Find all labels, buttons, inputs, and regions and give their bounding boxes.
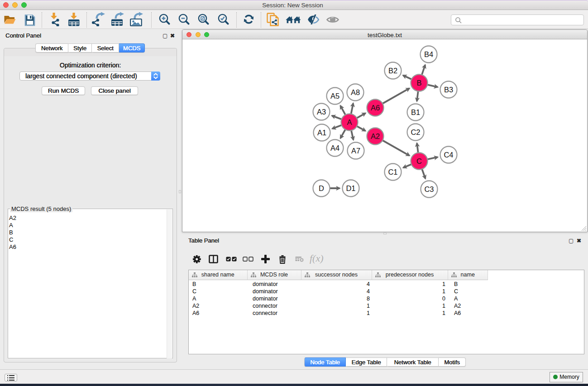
- svg-text:B4: B4: [424, 50, 433, 58]
- svg-text:A5: A5: [330, 92, 339, 100]
- svg-text:A: A: [347, 118, 352, 126]
- svg-text:B2: B2: [388, 67, 397, 75]
- svg-text:B1: B1: [411, 108, 420, 116]
- svg-text:C: C: [416, 157, 422, 165]
- svg-text:A3: A3: [317, 108, 326, 116]
- svg-text:A1: A1: [317, 129, 326, 137]
- svg-text:A8: A8: [351, 88, 360, 96]
- svg-text:B3: B3: [444, 86, 453, 94]
- svg-text:C1: C1: [388, 168, 398, 176]
- svg-text:A2: A2: [371, 132, 380, 140]
- svg-text:C2: C2: [411, 128, 421, 136]
- svg-text:A6: A6: [371, 104, 380, 112]
- svg-text:A4: A4: [330, 144, 339, 152]
- svg-text:A7: A7: [351, 147, 360, 155]
- svg-text:C3: C3: [425, 185, 434, 193]
- svg-text:D: D: [319, 184, 324, 192]
- svg-text:B: B: [417, 79, 422, 87]
- svg-text:C4: C4: [444, 151, 454, 159]
- svg-text:D1: D1: [346, 184, 356, 192]
